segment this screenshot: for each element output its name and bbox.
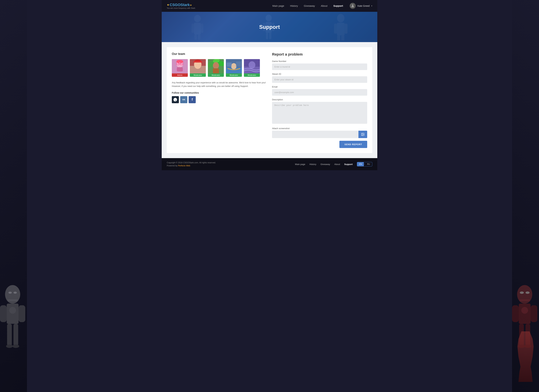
brand-name-stark: Stark [181, 3, 190, 7]
lang-separator: / [364, 162, 365, 166]
svg-rect-8 [7, 324, 12, 346]
mod4-avatar [244, 59, 260, 73]
brand-name-csgo: CSGO [170, 3, 181, 7]
nav-item-history[interactable]: History [290, 4, 298, 7]
star-icon: ✦ [167, 3, 169, 7]
svg-rect-20 [519, 324, 524, 346]
svg-point-69 [362, 134, 363, 134]
mod3-role-label: Moderator [226, 73, 242, 77]
mod4-avatar-img [244, 59, 260, 73]
svg-rect-1 [8, 299, 18, 301]
lang-en-button[interactable]: EN [357, 162, 364, 166]
nav-link-support[interactable]: Support [333, 4, 343, 7]
footer-nav-history[interactable]: History [309, 163, 316, 166]
content-grid: Our team [167, 47, 372, 153]
mod2-avatar [208, 59, 224, 73]
social-icons: VK f [172, 96, 267, 103]
svg-rect-38 [337, 23, 345, 35]
svg-point-67 [249, 61, 255, 69]
image-icon [361, 133, 365, 136]
communities-section: Follow our communities VK f [172, 91, 267, 103]
svg-point-24 [352, 5, 353, 6]
screenshot-input[interactable] [272, 131, 358, 138]
facebook-icon: f [192, 98, 193, 101]
steam-id-group: Steam ID [272, 73, 367, 83]
nav-link-giveaway[interactable]: Giveaway [304, 4, 315, 7]
chevron-down-icon: ▾ [371, 5, 372, 7]
admin-role-label: Admin [172, 73, 188, 77]
footer-left: Copyright © 2016 CSGOStark.com. All righ… [167, 162, 216, 167]
main-nav: Main page History Giveaway About Support [272, 4, 343, 7]
nav-link-history[interactable]: History [290, 4, 298, 7]
footer: Copyright © 2016 CSGOStark.com. All righ… [162, 158, 377, 170]
svg-point-58 [213, 62, 219, 69]
svg-rect-19 [531, 305, 537, 322]
bg-left-panel [0, 0, 27, 392]
brand-logo-link[interactable]: ✦CSGOStark✦ You win more frequency with … [167, 3, 195, 9]
footer-copyright: Copyright © 2016 CSGOStark.com. All righ… [167, 162, 216, 164]
svg-point-23 [525, 344, 531, 348]
steam-id-label: Steam ID [272, 73, 367, 75]
mod1-avatar [190, 59, 206, 73]
star-after: ✦ [190, 4, 192, 7]
svg-point-62 [231, 63, 236, 69]
user-name: Kate Greed [357, 5, 370, 7]
send-report-button[interactable]: SEND REPORT [339, 141, 367, 148]
steam-button[interactable] [172, 96, 179, 103]
footer-nav: Main page History Giveaway About Support… [295, 162, 372, 166]
steam-id-input[interactable] [272, 76, 367, 83]
powered-by-text: Powered by [167, 164, 178, 167]
email-input[interactable] [272, 89, 367, 96]
game-number-label: Game Number [272, 60, 367, 62]
game-number-input[interactable] [272, 63, 367, 70]
svg-rect-28 [201, 24, 203, 33]
svg-rect-9 [14, 324, 18, 346]
svg-rect-18 [512, 305, 519, 322]
team-member-mod4: Moderator [244, 59, 260, 77]
footer-nav-about[interactable]: About [334, 163, 340, 166]
team-member-admin: Admin [172, 59, 188, 77]
nav-link-main[interactable]: Main page [272, 4, 284, 7]
svg-rect-29 [194, 34, 197, 40]
user-avatar [350, 3, 356, 9]
mod2-avatar-img [208, 59, 224, 73]
screenshot-group: Attach screenshot [272, 127, 367, 138]
svg-rect-21 [525, 324, 530, 346]
svg-rect-7 [19, 305, 25, 322]
svg-rect-63 [227, 62, 232, 67]
footer-nav-support[interactable]: Support [344, 163, 353, 166]
team-grid: Admin [172, 59, 267, 77]
svg-rect-39 [334, 24, 337, 34]
footer-powered: Powered by Perfecto Web [167, 164, 216, 167]
perfecto-web-link[interactable]: Perfecto Web [178, 164, 190, 167]
nav-item-about[interactable]: About [321, 4, 327, 7]
vk-icon: VK [182, 98, 185, 101]
feedback-text: Any feedback regarding your experience w… [172, 81, 267, 88]
communities-title: Follow our communities [172, 91, 267, 94]
attach-button[interactable] [358, 131, 367, 138]
footer-nav-main[interactable]: Main page [295, 163, 305, 166]
hero-banner: Support [162, 12, 377, 42]
svg-point-5 [9, 307, 16, 314]
svg-rect-59 [213, 68, 219, 73]
svg-point-10 [6, 344, 13, 348]
vk-button[interactable]: VK [180, 96, 187, 103]
user-menu[interactable]: Kate Greed ▾ [350, 3, 372, 9]
team-section-title: Our team [172, 52, 267, 56]
nav-item-giveaway[interactable]: Giveaway [304, 4, 315, 7]
svg-point-17 [521, 307, 528, 314]
description-textarea[interactable] [272, 102, 367, 124]
svg-rect-47 [177, 67, 183, 72]
nav-item-main[interactable]: Main page [272, 4, 284, 7]
svg-point-25 [194, 15, 201, 22]
nav-link-about[interactable]: About [321, 4, 327, 7]
nav-item-support[interactable]: Support [333, 4, 343, 7]
attach-group [272, 131, 367, 138]
facebook-button[interactable]: f [189, 96, 196, 103]
avatar-placeholder [350, 3, 356, 9]
page-wrapper: ✦CSGOStark✦ You win more frequency with … [162, 0, 377, 392]
svg-rect-41 [337, 35, 340, 40]
mod3-avatar-img [226, 59, 242, 73]
lang-ru-button[interactable]: RU [365, 162, 372, 166]
footer-nav-giveaway[interactable]: Giveaway [321, 163, 330, 166]
